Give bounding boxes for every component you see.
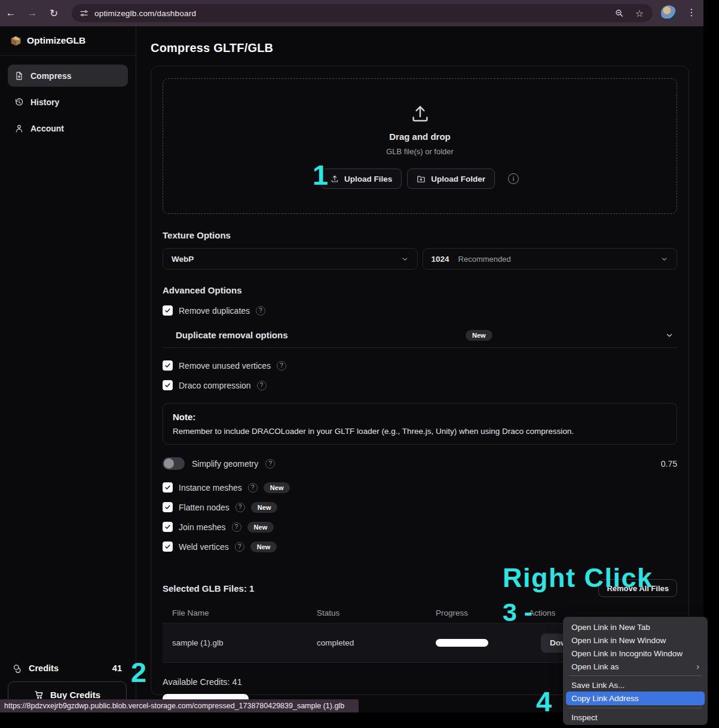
- texture-size-select[interactable]: 1024 Recommended: [423, 248, 678, 270]
- remove-unused-label: Remove unused vertices: [179, 361, 271, 371]
- checkbox-checked[interactable]: [163, 360, 173, 371]
- page: ← → ↻ optimizeglb.com/dashboard: [0, 0, 719, 728]
- menu-item-open-new-tab[interactable]: Open Link in New Tab: [566, 620, 705, 634]
- credits-row: Credits 41: [8, 660, 127, 676]
- menu-item-open-new-window[interactable]: Open Link in New Window: [566, 634, 705, 647]
- menu-item-label: Open Link as: [571, 662, 619, 671]
- browser-menu-icon[interactable]: ⋮: [687, 7, 696, 18]
- reload-icon[interactable]: ↻: [43, 7, 65, 20]
- help-icon[interactable]: ?: [277, 361, 286, 371]
- annotation-step-3: 3 -: [503, 599, 533, 625]
- flatten-nodes-row: Flatten nodes ? New: [163, 500, 677, 515]
- menu-item-inspect[interactable]: Inspect: [566, 711, 705, 724]
- sidebar-item-history[interactable]: History: [8, 91, 128, 113]
- texture-size-value: 1024: [432, 255, 449, 264]
- col-status: Status: [307, 608, 426, 617]
- chevron-down-icon: [401, 255, 409, 263]
- simplify-label: Simplify geometry: [192, 459, 258, 469]
- browser-toolbar: ← → ↻ optimizeglb.com/dashboard: [0, 0, 703, 26]
- dropzone[interactable]: Drag and drop GLB file(s) or folder Uplo…: [163, 78, 677, 214]
- col-file-name: File Name: [163, 608, 307, 617]
- sidebar-item-compress[interactable]: Compress: [8, 65, 128, 87]
- help-icon[interactable]: ?: [257, 381, 267, 390]
- upload-folder-label: Upload Folder: [431, 175, 485, 183]
- credits-value: 41: [112, 663, 122, 673]
- upload-files-button[interactable]: Upload Files: [321, 169, 402, 189]
- simplify-value: 0.75: [661, 459, 677, 469]
- flatten-nodes-label: Flatten nodes: [179, 503, 230, 512]
- address-bar[interactable]: optimizeglb.com/dashboard ☆: [72, 4, 653, 22]
- dropzone-subtitle: GLB file(s) or folder: [386, 147, 454, 156]
- menu-item-label: Open Link in New Tab: [571, 623, 650, 632]
- texture-format-value: WebP: [172, 255, 194, 264]
- sidebar-item-label: History: [30, 97, 59, 107]
- help-icon[interactable]: ?: [265, 459, 275, 469]
- menu-item-open-incognito[interactable]: Open Link in Incognito Window: [566, 647, 705, 660]
- help-icon[interactable]: ?: [256, 306, 265, 316]
- forward-icon[interactable]: →: [22, 7, 43, 19]
- menu-item-open-link-as[interactable]: Open Link as ›: [566, 660, 705, 673]
- checkbox-checked[interactable]: [163, 482, 173, 493]
- info-icon[interactable]: i: [508, 173, 519, 184]
- checkbox-checked[interactable]: [163, 502, 173, 512]
- file-progress-cell: [426, 639, 519, 647]
- back-icon[interactable]: ←: [0, 7, 22, 19]
- instance-meshes-label: Instance meshes: [179, 483, 242, 493]
- folder-up-icon: [417, 175, 426, 183]
- simplify-toggle[interactable]: [163, 457, 185, 470]
- new-badge: New: [251, 502, 278, 513]
- duplicate-removal-accordion[interactable]: Duplicate removal options New: [163, 323, 677, 348]
- help-icon[interactable]: ?: [235, 542, 244, 552]
- profile-avatar[interactable]: [661, 5, 677, 21]
- sidebar-item-account[interactable]: Account: [8, 117, 128, 139]
- sidebar-item-label: Account: [30, 124, 64, 133]
- weld-vertices-label: Weld vertices: [179, 542, 229, 552]
- compress-file-icon: [14, 71, 24, 81]
- advanced-options-heading: Advanced Options: [163, 285, 677, 295]
- site-settings-icon[interactable]: [79, 9, 88, 18]
- help-icon[interactable]: ?: [235, 503, 245, 512]
- upload-icon: [331, 175, 339, 183]
- duplicate-removal-label: Duplicate removal options: [176, 330, 288, 340]
- chevron-down-icon: [660, 255, 668, 263]
- compress-panel: Drag and drop GLB file(s) or folder Uplo…: [151, 66, 689, 695]
- browser-window: ← → ↻ optimizeglb.com/dashboard: [0, 0, 703, 712]
- annotation-step-1: 1: [313, 161, 329, 189]
- context-menu: Open Link in New Tab Open Link in New Wi…: [563, 617, 708, 725]
- menu-divider: [569, 675, 702, 676]
- new-badge: New: [264, 482, 290, 493]
- note-body: Remember to include DRACOLoader in your …: [173, 427, 667, 436]
- upload-folder-button[interactable]: Upload Folder: [407, 169, 495, 189]
- progress-bar: [436, 639, 488, 647]
- join-meshes-row: Join meshes ? New: [163, 519, 677, 534]
- help-icon[interactable]: ?: [232, 522, 241, 532]
- weld-vertices-row: Weld vertices ? New: [163, 539, 677, 554]
- menu-item-copy-link-address[interactable]: Copy Link Address: [566, 692, 705, 705]
- new-badge: New: [466, 330, 492, 341]
- draco-note: Note: Remember to include DRACOLoader in…: [163, 403, 677, 445]
- help-icon[interactable]: ?: [248, 483, 258, 493]
- menu-divider: [569, 708, 702, 708]
- zoom-icon[interactable]: [614, 8, 624, 18]
- texture-format-select[interactable]: WebP: [163, 248, 418, 270]
- package-logo-icon: [10, 35, 22, 47]
- draco-row: Draco compression ?: [163, 378, 677, 393]
- credits-label: Credits: [29, 663, 59, 673]
- coins-icon: [13, 663, 23, 674]
- menu-item-label: Save Link As...: [571, 681, 625, 690]
- simplify-row: Simplify geometry ? 0.75: [163, 456, 677, 471]
- menu-item-label: Copy Link Address: [571, 694, 639, 703]
- menu-item-save-link-as[interactable]: Save Link As...: [566, 678, 705, 692]
- file-status-cell: completed: [307, 638, 426, 647]
- checkbox-checked[interactable]: [163, 305, 173, 316]
- note-title: Note:: [173, 412, 667, 422]
- checkbox-checked[interactable]: [163, 522, 173, 532]
- bookmark-star-icon[interactable]: ☆: [635, 8, 644, 19]
- url-text[interactable]: optimizeglb.com/dashboard: [94, 9, 196, 18]
- checkbox-checked[interactable]: [163, 542, 173, 552]
- checkbox-checked[interactable]: [163, 380, 173, 390]
- upload-tray-icon: [410, 103, 430, 124]
- annotation-step-4: 4: [536, 687, 552, 715]
- remove-unused-row: Remove unused vertices ?: [163, 358, 677, 373]
- person-icon: [14, 124, 24, 133]
